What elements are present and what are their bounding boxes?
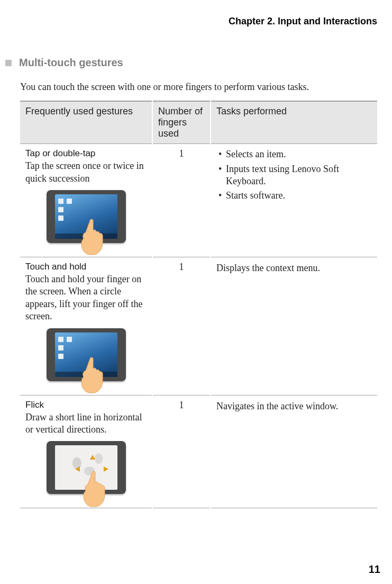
tablet-tap-illustration	[47, 190, 126, 249]
table-header-row: Frequently used gestures Number of finge…	[20, 101, 377, 144]
col-header-fingers: Number of fingers used	[152, 101, 211, 144]
page-number: 11	[369, 563, 380, 576]
task-list: Selects an item. Inputs text using Lenov…	[216, 148, 372, 202]
tablet-flick-illustration	[47, 441, 126, 500]
chapter-header: Chapter 2. Input and Interactions	[20, 16, 377, 27]
gesture-description: Touch and hold your finger on the screen…	[25, 273, 147, 323]
table-row: Tap or double-tap Tap the screen once or…	[20, 144, 377, 257]
gesture-name: Flick	[25, 400, 147, 410]
table-row: Flick Draw a short line in horizontal or…	[20, 395, 377, 508]
list-item: Starts software.	[218, 190, 372, 202]
gestures-table: Frequently used gestures Number of finge…	[20, 101, 377, 508]
section-heading: Multi-touch gestures	[5, 57, 377, 69]
cell-tasks: Selects an item. Inputs text using Lenov…	[211, 144, 377, 257]
tablet-screen-icon	[55, 194, 117, 239]
gesture-description: Tap the screen once or twice in quick su…	[25, 160, 147, 185]
tablet-hold-illustration	[47, 328, 126, 388]
list-item: Inputs text using Lenovo Soft Keyboard.	[218, 163, 372, 188]
table-row: Touch and hold Touch and hold your finge…	[20, 257, 377, 396]
gesture-description: Draw a short line in horizontal or verti…	[25, 411, 147, 436]
tablet-screen-icon	[55, 333, 117, 377]
cell-fingers: 1	[152, 257, 211, 396]
tablet-frame-icon	[47, 441, 126, 494]
gesture-name: Touch and hold	[25, 262, 147, 272]
section-title: Multi-touch gestures	[19, 57, 123, 69]
arrow-up-icon	[90, 455, 95, 460]
arrow-right-icon	[104, 466, 108, 472]
tablet-frame-icon	[47, 190, 126, 243]
cell-gesture: Flick Draw a short line in horizontal or…	[20, 395, 152, 508]
cell-gesture: Touch and hold Touch and hold your finge…	[20, 257, 152, 396]
intro-paragraph: You can touch the screen with one or mor…	[20, 80, 377, 93]
col-header-tasks: Tasks performed	[211, 101, 377, 144]
cell-tasks: Displays the context menu.	[211, 257, 377, 396]
cell-tasks: Navigates in the active window.	[211, 395, 377, 508]
arrow-left-icon	[75, 466, 80, 472]
cell-fingers: 1	[152, 395, 211, 508]
list-item: Selects an item.	[218, 148, 372, 160]
gesture-name: Tap or double-tap	[25, 148, 147, 159]
cell-gesture: Tap or double-tap Tap the screen once or…	[20, 144, 152, 257]
tablet-frame-icon	[47, 328, 126, 381]
square-bullet-icon	[5, 60, 12, 66]
cell-fingers: 1	[152, 144, 211, 257]
page: Chapter 2. Input and Interactions Multi-…	[0, 0, 392, 519]
arrow-down-icon	[90, 479, 95, 484]
col-header-gesture: Frequently used gestures	[20, 101, 152, 144]
